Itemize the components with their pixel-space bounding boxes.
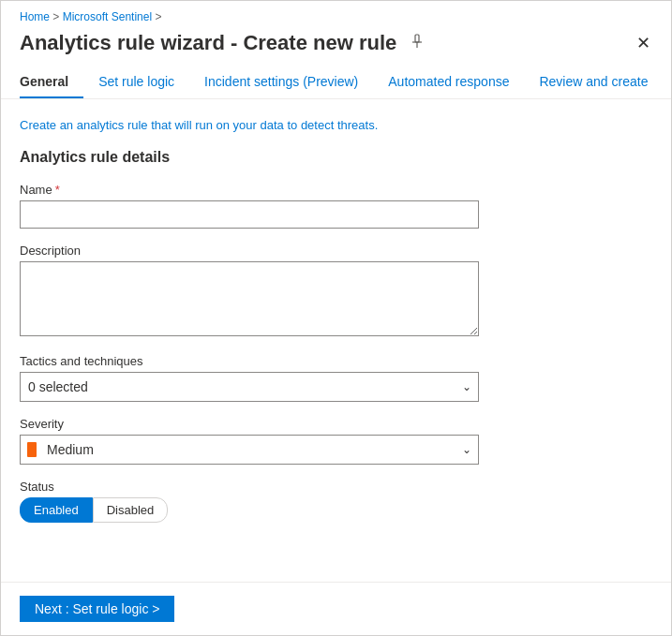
tab-automated-response[interactable]: Automated response: [373, 67, 524, 98]
severity-field-group: Severity High Medium Low Informational ⌄: [20, 417, 652, 465]
tactics-select[interactable]: 0 selected: [20, 372, 479, 402]
tactics-field-group: Tactics and techniques 0 selected ⌄: [20, 354, 652, 402]
breadcrumb-home[interactable]: Home: [20, 10, 50, 23]
header-left: Analytics rule wizard - Create new rule: [20, 31, 426, 55]
status-disabled-button[interactable]: Disabled: [93, 497, 169, 523]
description-field-group: Description: [20, 244, 652, 339]
breadcrumb-sentinel[interactable]: Microsoft Sentinel: [63, 10, 152, 23]
breadcrumb-sep2: >: [155, 10, 161, 23]
tab-incident-settings[interactable]: Incident settings (Preview): [189, 67, 373, 98]
name-input[interactable]: [20, 200, 479, 229]
svg-rect-0: [415, 35, 419, 42]
name-required-marker: *: [55, 183, 60, 197]
status-label: Status: [20, 480, 652, 494]
description-input[interactable]: [20, 261, 479, 336]
description-label: Description: [20, 244, 652, 258]
tab-set-rule-logic[interactable]: Set rule logic: [83, 67, 189, 98]
page-title: Analytics rule wizard - Create new rule: [20, 31, 396, 55]
tactics-select-wrapper: 0 selected ⌄: [20, 372, 479, 402]
status-field-group: Status Enabled Disabled: [20, 480, 652, 523]
tabs-bar: General Set rule logic Incident settings…: [1, 67, 671, 99]
tactics-label: Tactics and techniques: [20, 354, 652, 368]
status-toggle-group: Enabled Disabled: [20, 497, 652, 523]
header: Analytics rule wizard - Create new rule …: [1, 27, 671, 67]
footer: Next : Set rule logic >: [1, 582, 671, 635]
pin-icon[interactable]: [408, 32, 426, 54]
wizard-window: Home > Microsoft Sentinel > Analytics ru…: [0, 0, 672, 636]
name-label: Name *: [20, 183, 652, 197]
form-content: Create an analytics rule that will run o…: [1, 99, 671, 556]
info-text: Create an analytics rule that will run o…: [20, 118, 652, 132]
tab-general[interactable]: General: [20, 67, 83, 98]
name-field-group: Name *: [20, 183, 652, 229]
severity-select[interactable]: High Medium Low Informational: [20, 435, 479, 465]
next-button[interactable]: Next : Set rule logic >: [20, 596, 174, 622]
severity-select-wrapper: High Medium Low Informational ⌄: [20, 435, 479, 465]
breadcrumb: Home > Microsoft Sentinel >: [1, 1, 671, 27]
breadcrumb-sep1: >: [52, 10, 62, 23]
severity-label: Severity: [20, 417, 652, 431]
status-enabled-button[interactable]: Enabled: [20, 497, 93, 523]
section-title: Analytics rule details: [20, 149, 652, 166]
close-icon[interactable]: ✕: [635, 31, 652, 55]
tab-review-and-create[interactable]: Review and create: [524, 67, 663, 98]
